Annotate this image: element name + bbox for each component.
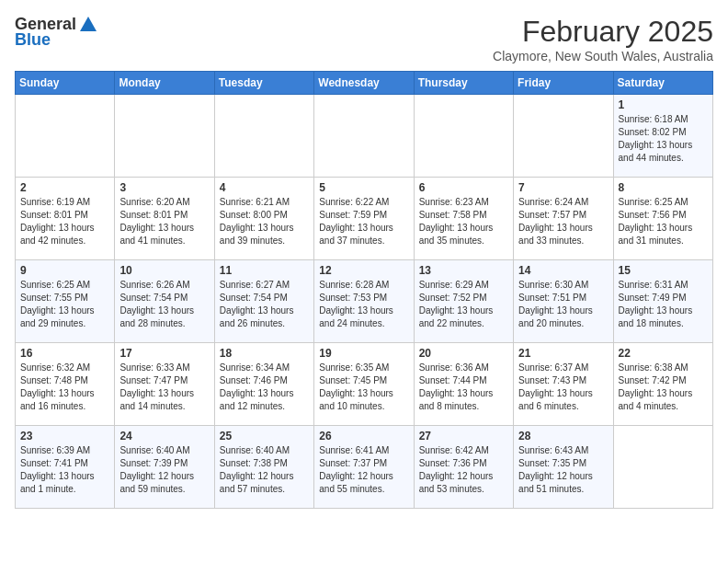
day-cell: 26Sunrise: 6:41 AM Sunset: 7:37 PM Dayli… xyxy=(314,426,414,509)
weekday-header-wednesday: Wednesday xyxy=(314,72,414,95)
week-row-2: 2Sunrise: 6:19 AM Sunset: 8:01 PM Daylig… xyxy=(16,178,713,260)
day-number: 6 xyxy=(419,181,508,194)
weekday-header-monday: Monday xyxy=(115,72,214,95)
day-cell: 6Sunrise: 6:23 AM Sunset: 7:58 PM Daylig… xyxy=(414,178,513,260)
day-cell: 13Sunrise: 6:29 AM Sunset: 7:52 PM Dayli… xyxy=(414,260,513,343)
day-number: 19 xyxy=(319,347,408,360)
day-cell: 28Sunrise: 6:43 AM Sunset: 7:35 PM Dayli… xyxy=(514,426,613,509)
day-info: Sunrise: 6:20 AM Sunset: 8:01 PM Dayligh… xyxy=(119,196,209,247)
day-info: Sunrise: 6:22 AM Sunset: 7:59 PM Dayligh… xyxy=(319,196,408,247)
day-number: 1 xyxy=(619,98,708,111)
day-info: Sunrise: 6:43 AM Sunset: 7:35 PM Dayligh… xyxy=(518,444,608,496)
day-number: 3 xyxy=(119,181,209,194)
week-row-5: 23Sunrise: 6:39 AM Sunset: 7:41 PM Dayli… xyxy=(16,426,713,509)
location: Claymore, New South Wales, Australia xyxy=(493,49,713,63)
day-cell: 23Sunrise: 6:39 AM Sunset: 7:41 PM Dayli… xyxy=(16,426,115,509)
weekday-header-thursday: Thursday xyxy=(414,72,513,95)
day-cell: 24Sunrise: 6:40 AM Sunset: 7:39 PM Dayli… xyxy=(115,426,214,509)
day-cell xyxy=(115,95,214,178)
day-info: Sunrise: 6:31 AM Sunset: 7:49 PM Dayligh… xyxy=(619,279,708,330)
day-number: 9 xyxy=(20,264,109,277)
day-info: Sunrise: 6:38 AM Sunset: 7:42 PM Dayligh… xyxy=(619,362,708,413)
day-number: 17 xyxy=(119,347,209,360)
week-row-4: 16Sunrise: 6:32 AM Sunset: 7:48 PM Dayli… xyxy=(16,343,713,426)
weekday-header-tuesday: Tuesday xyxy=(214,72,313,95)
day-info: Sunrise: 6:21 AM Sunset: 8:00 PM Dayligh… xyxy=(220,196,309,247)
week-row-1: 1Sunrise: 6:18 AM Sunset: 8:02 PM Daylig… xyxy=(16,95,713,178)
day-info: Sunrise: 6:25 AM Sunset: 7:56 PM Dayligh… xyxy=(619,196,708,247)
day-cell xyxy=(16,95,115,178)
day-cell: 16Sunrise: 6:32 AM Sunset: 7:48 PM Dayli… xyxy=(16,343,115,426)
day-number: 2 xyxy=(20,181,109,194)
logo: General Blue xyxy=(15,15,98,50)
day-info: Sunrise: 6:40 AM Sunset: 7:39 PM Dayligh… xyxy=(119,444,209,496)
day-cell: 17Sunrise: 6:33 AM Sunset: 7:47 PM Dayli… xyxy=(115,343,214,426)
day-info: Sunrise: 6:24 AM Sunset: 7:57 PM Dayligh… xyxy=(518,196,608,247)
day-info: Sunrise: 6:30 AM Sunset: 7:51 PM Dayligh… xyxy=(518,279,608,330)
day-number: 28 xyxy=(518,430,608,442)
day-number: 15 xyxy=(619,264,708,277)
svg-marker-0 xyxy=(80,17,97,31)
day-number: 8 xyxy=(619,181,708,194)
day-info: Sunrise: 6:28 AM Sunset: 7:53 PM Dayligh… xyxy=(319,279,408,330)
day-info: Sunrise: 6:42 AM Sunset: 7:36 PM Dayligh… xyxy=(419,444,508,496)
day-info: Sunrise: 6:41 AM Sunset: 7:37 PM Dayligh… xyxy=(319,444,408,496)
day-number: 11 xyxy=(220,264,309,277)
day-cell: 20Sunrise: 6:36 AM Sunset: 7:44 PM Dayli… xyxy=(414,343,513,426)
day-cell xyxy=(414,95,513,178)
day-cell: 5Sunrise: 6:22 AM Sunset: 7:59 PM Daylig… xyxy=(314,178,414,260)
day-cell: 25Sunrise: 6:40 AM Sunset: 7:38 PM Dayli… xyxy=(214,426,313,509)
day-number: 12 xyxy=(319,264,408,277)
day-cell: 21Sunrise: 6:37 AM Sunset: 7:43 PM Dayli… xyxy=(514,343,613,426)
weekday-header-row: SundayMondayTuesdayWednesdayThursdayFrid… xyxy=(16,72,713,95)
day-cell xyxy=(514,95,613,178)
day-number: 16 xyxy=(20,347,109,360)
day-cell: 10Sunrise: 6:26 AM Sunset: 7:54 PM Dayli… xyxy=(115,260,214,343)
day-cell: 22Sunrise: 6:38 AM Sunset: 7:42 PM Dayli… xyxy=(613,343,712,426)
day-info: Sunrise: 6:39 AM Sunset: 7:41 PM Dayligh… xyxy=(20,444,109,496)
day-info: Sunrise: 6:26 AM Sunset: 7:54 PM Dayligh… xyxy=(119,279,209,330)
day-info: Sunrise: 6:37 AM Sunset: 7:43 PM Dayligh… xyxy=(518,362,608,413)
day-number: 22 xyxy=(619,347,708,360)
day-info: Sunrise: 6:32 AM Sunset: 7:48 PM Dayligh… xyxy=(20,362,109,413)
day-cell xyxy=(314,95,414,178)
day-number: 27 xyxy=(419,430,508,442)
day-cell: 19Sunrise: 6:35 AM Sunset: 7:45 PM Dayli… xyxy=(314,343,414,426)
day-number: 5 xyxy=(319,181,408,194)
day-cell: 14Sunrise: 6:30 AM Sunset: 7:51 PM Dayli… xyxy=(514,260,613,343)
day-info: Sunrise: 6:25 AM Sunset: 7:55 PM Dayligh… xyxy=(20,279,109,330)
day-cell: 11Sunrise: 6:27 AM Sunset: 7:54 PM Dayli… xyxy=(214,260,313,343)
day-cell: 9Sunrise: 6:25 AM Sunset: 7:55 PM Daylig… xyxy=(16,260,115,343)
day-info: Sunrise: 6:18 AM Sunset: 8:02 PM Dayligh… xyxy=(619,113,708,165)
day-number: 14 xyxy=(518,264,608,277)
title-block: February 2025 Claymore, New South Wales,… xyxy=(493,15,713,63)
day-number: 13 xyxy=(419,264,508,277)
calendar-table: SundayMondayTuesdayWednesdayThursdayFrid… xyxy=(15,71,713,509)
day-info: Sunrise: 6:27 AM Sunset: 7:54 PM Dayligh… xyxy=(220,279,309,330)
day-cell xyxy=(613,426,712,509)
day-cell: 12Sunrise: 6:28 AM Sunset: 7:53 PM Dayli… xyxy=(314,260,414,343)
day-cell xyxy=(214,95,313,178)
day-cell: 1Sunrise: 6:18 AM Sunset: 8:02 PM Daylig… xyxy=(613,95,712,178)
day-info: Sunrise: 6:36 AM Sunset: 7:44 PM Dayligh… xyxy=(419,362,508,413)
day-cell: 15Sunrise: 6:31 AM Sunset: 7:49 PM Dayli… xyxy=(613,260,712,343)
day-cell: 18Sunrise: 6:34 AM Sunset: 7:46 PM Dayli… xyxy=(214,343,313,426)
day-number: 26 xyxy=(319,430,408,442)
day-cell: 8Sunrise: 6:25 AM Sunset: 7:56 PM Daylig… xyxy=(613,178,712,260)
day-cell: 3Sunrise: 6:20 AM Sunset: 8:01 PM Daylig… xyxy=(115,178,214,260)
day-info: Sunrise: 6:35 AM Sunset: 7:45 PM Dayligh… xyxy=(319,362,408,413)
day-number: 18 xyxy=(220,347,309,360)
day-cell: 4Sunrise: 6:21 AM Sunset: 8:00 PM Daylig… xyxy=(214,178,313,260)
month-title: February 2025 xyxy=(493,15,713,49)
week-row-3: 9Sunrise: 6:25 AM Sunset: 7:55 PM Daylig… xyxy=(16,260,713,343)
day-number: 25 xyxy=(220,430,309,442)
day-cell: 2Sunrise: 6:19 AM Sunset: 8:01 PM Daylig… xyxy=(16,178,115,260)
weekday-header-friday: Friday xyxy=(514,72,613,95)
page-header: General Blue February 2025 Claymore, New… xyxy=(15,15,713,63)
day-info: Sunrise: 6:23 AM Sunset: 7:58 PM Dayligh… xyxy=(419,196,508,247)
day-number: 24 xyxy=(119,430,209,442)
day-number: 20 xyxy=(419,347,508,360)
day-info: Sunrise: 6:34 AM Sunset: 7:46 PM Dayligh… xyxy=(220,362,309,413)
weekday-header-saturday: Saturday xyxy=(613,72,712,95)
weekday-header-sunday: Sunday xyxy=(16,72,115,95)
